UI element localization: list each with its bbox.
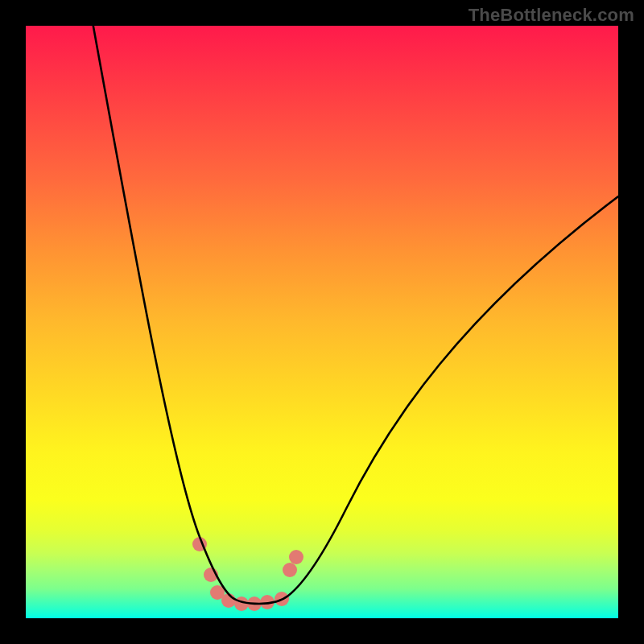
bottleneck-curve (92, 26, 618, 604)
watermark-text: TheBottleneck.com (469, 5, 634, 26)
markers-group (192, 537, 303, 611)
chart-frame: TheBottleneck.com (0, 0, 644, 644)
curve-layer (26, 26, 618, 618)
plot-area (26, 26, 618, 618)
data-marker (289, 550, 303, 564)
data-marker (283, 563, 297, 577)
